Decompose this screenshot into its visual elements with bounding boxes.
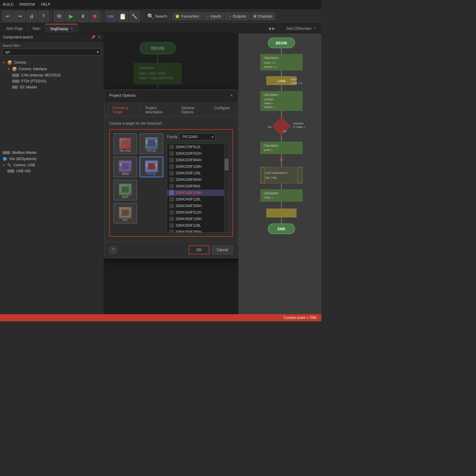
svg-rect-31 <box>122 187 129 192</box>
redo-button[interactable]: ↪ <box>14 11 25 22</box>
nav-right-icon[interactable]: ▶ <box>272 26 275 31</box>
tab-setlcd-close[interactable]: ✕ <box>314 27 316 30</box>
tree-item-ftdi[interactable]: FTDI FTDI (FTD2XX) <box>0 78 104 84</box>
chip-item[interactable]: 32MX320F032H <box>167 150 228 157</box>
dialog-tab-target[interactable]: Choose a Target <box>108 104 140 116</box>
tool-button[interactable]: 🔧 <box>129 11 140 22</box>
chip-item[interactable]: 32MX340F256H <box>167 203 228 209</box>
can-label: CAN (Internal, MCP2515 <box>21 73 61 77</box>
menu-window[interactable]: WINDOW <box>19 2 35 7</box>
search-button[interactable]: 🔍 Search <box>147 13 167 20</box>
can-badge: CAN <box>12 73 19 77</box>
arm-image <box>119 161 131 172</box>
dialog-close-button[interactable]: × <box>230 93 233 98</box>
tree-item-comms[interactable]: ▼ 📦 Comms <box>0 59 104 66</box>
panel-pin-icon[interactable]: 📌 <box>91 35 95 39</box>
search-filter-area: Search filter: spi ▾ <box>0 41 104 58</box>
tree-item-i2c[interactable]: I2C I2C Master <box>0 84 104 90</box>
svg-text:.divider = 1: .divider = 1 <box>264 65 277 68</box>
tab-startpage[interactable]: Start Page <box>1 24 28 33</box>
chip-item[interactable]: 32MX270F512L <box>167 144 228 150</box>
chip-item[interactable]: 32MX350F128L <box>167 222 228 229</box>
outputs-button[interactable]: → Outputs <box>225 12 249 20</box>
tree-item-visi[interactable]: 🔷 Visi (4DSystems) <box>0 156 104 162</box>
dialog-ok-button[interactable]: OK <box>189 245 209 254</box>
family-selector: Family PIC32MX PIC16 ARM AVR PIC <box>167 133 229 140</box>
dialog-tab-description[interactable]: Project description <box>141 104 176 116</box>
collapse-icon: ▼ <box>2 61 5 64</box>
svg-rect-75 <box>267 209 296 217</box>
svg-text:No: No <box>268 126 272 129</box>
tree-item-can[interactable]: CAN CAN (Internal, MCP2515 <box>0 72 104 78</box>
nochip-image <box>119 138 131 149</box>
tree-item-comms-usb[interactable]: ▼ 🔌 Comms: USB <box>0 162 104 168</box>
tab-startpage-label: Start Page <box>6 26 23 31</box>
arrow-icon-out: → <box>228 14 231 18</box>
chip-item[interactable]: 32MX340F128L <box>167 196 228 203</box>
comms-interface-icon: 📦 <box>12 67 17 71</box>
visi-icon: 🔷 <box>2 156 7 161</box>
chip-item[interactable]: 32MX340F512H <box>167 209 228 216</box>
menu-build[interactable]: BUILD <box>3 2 13 7</box>
svg-rect-63 <box>280 158 283 161</box>
tree-item-usb-hid[interactable]: USB USB HID <box>0 168 104 174</box>
tree-item-comms-interface[interactable]: ▼ 📦 Comms: Interface <box>0 66 104 72</box>
chip-item[interactable]: 32MX320F128L <box>167 170 228 176</box>
target-pic16-button[interactable]: PIC16 <box>140 133 163 154</box>
chip-radio <box>170 158 174 162</box>
dialog-help-button[interactable]: ? <box>109 246 118 254</box>
usb-badge: USB <box>7 169 15 173</box>
target-pic32-button[interactable]: PIC32 <box>140 156 163 177</box>
target-nochip-button[interactable]: No chip <box>113 133 137 154</box>
favourites-button[interactable]: ⭐ Favourites <box>172 12 202 20</box>
target-arm-button[interactable]: ARM <box>113 156 137 177</box>
stop-button[interactable]: ⏹ <box>90 11 100 22</box>
pic32-label: PIC32 <box>147 172 156 176</box>
print-button[interactable]: 🖨 <box>26 11 37 22</box>
chip-item[interactable]: 32MX320F064H <box>167 157 228 163</box>
tab-nav-arrows[interactable]: ◀ ▶ <box>266 24 278 33</box>
displays-button[interactable]: 🖥 Displays <box>250 12 275 20</box>
pause-button[interactable]: ⏸ <box>78 11 88 22</box>
svg-text:.led_7seg: .led_7seg <box>265 176 277 179</box>
sim-button[interactable]: SIM <box>105 11 116 22</box>
chip-item[interactable]: 32MX330F064L <box>167 183 228 190</box>
chip-radio <box>170 178 174 182</box>
toolbar-sep-1 <box>51 12 51 21</box>
chip-item[interactable]: 32MX320F128H <box>167 163 228 170</box>
svg-text:Loop: Loop <box>278 79 286 83</box>
chip-list-scrollbar[interactable] <box>224 144 228 232</box>
tab-setlcdnumber[interactable]: SetLCDNumber ✕ <box>281 26 321 31</box>
panel-close-icon[interactable]: ✕ <box>98 35 101 39</box>
chip-radio <box>170 151 174 156</box>
dialog-cancel-button[interactable]: Cancel <box>212 245 233 254</box>
svg-rect-23 <box>148 163 155 169</box>
chip-list[interactable]: 32MX270F512L 32MX320F032H 32MX320F064H <box>167 143 229 233</box>
dropdown-icon[interactable]: ▾ <box>97 50 99 54</box>
menu-help[interactable]: HELP <box>41 2 50 7</box>
tab-segdisplay-close[interactable]: ✕ <box>71 27 73 30</box>
help-button[interactable]: ? <box>38 11 49 22</box>
chip-item[interactable]: 32MX350F256H <box>167 229 228 233</box>
chip-item-selected[interactable]: 32MX340F128H <box>167 190 228 196</box>
inputs-button[interactable]: → Inputs <box>203 12 224 20</box>
target-row-3: AVR <box>113 180 163 201</box>
code-button[interactable]: 📋 <box>117 11 128 22</box>
tab-segdisplay[interactable]: SegDisplay ✕ <box>46 24 78 33</box>
family-select[interactable]: PIC32MX PIC16 ARM AVR PIC <box>180 133 215 140</box>
debug-button[interactable]: 👾 <box>54 11 65 22</box>
chip-item[interactable]: 32MX350F128H <box>167 216 228 222</box>
chip-radio <box>170 184 174 188</box>
dialog-tab-configure[interactable]: Configure <box>210 104 234 116</box>
tab-main[interactable]: Main <box>28 24 46 33</box>
tree-item-modbus[interactable]: MOD Modbus Master <box>0 150 104 156</box>
target-pic-button[interactable]: PIC <box>113 203 137 224</box>
undo-button[interactable]: ↩ <box>2 11 13 22</box>
dialog-tab-general[interactable]: General Options <box>177 104 209 116</box>
target-avr-button[interactable]: AVR <box>113 180 137 201</box>
chip-item[interactable]: 32MX330F064H <box>167 176 228 183</box>
nav-left-icon[interactable]: ◀ <box>268 26 271 31</box>
play-button[interactable]: ▶ <box>66 11 76 22</box>
search-filter-input[interactable]: spi ▾ <box>2 48 101 56</box>
chip-radio <box>170 210 174 214</box>
